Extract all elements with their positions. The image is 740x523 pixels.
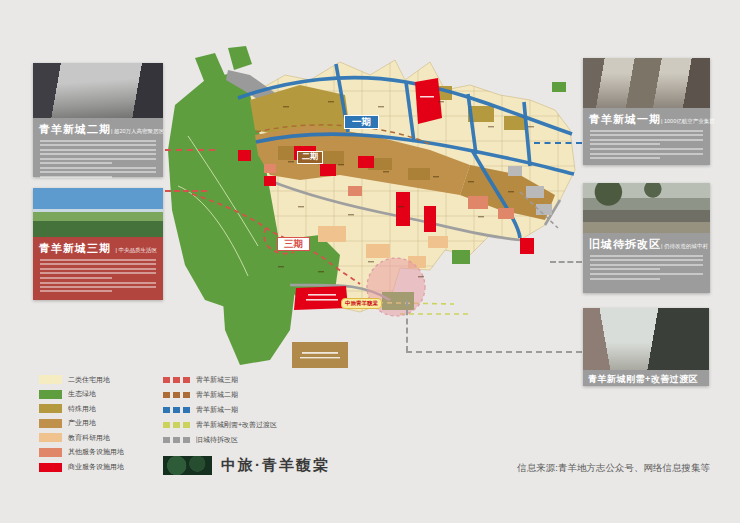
- map-project-marker: 中旅青羊馥棠: [341, 298, 382, 309]
- legend-item: 旧城待拆改区: [163, 436, 277, 444]
- phase2-subtitle: | 超20万人高密聚居区: [111, 128, 164, 135]
- transition-photo: [583, 308, 709, 370]
- oldtown-title: 旧城待拆改区: [589, 237, 661, 252]
- oldtown-body-text-2: [590, 273, 703, 279]
- legend-item: 教育科研用地: [39, 433, 124, 442]
- legend-item: 青羊新城刚需+改善过渡区: [163, 421, 277, 429]
- connector-phase1: [534, 142, 582, 144]
- legend-swatch: [39, 404, 62, 413]
- legend-swatch: [39, 433, 62, 442]
- brand-logo-image: [163, 456, 212, 475]
- legend-swatch: [39, 390, 62, 399]
- source-note: 信息来源:青羊地方志公众号、网络信息搜集等: [517, 462, 710, 475]
- legend-dash-swatch: [163, 422, 190, 429]
- panel-phase3: 青羊新城三期 | 中央品质生活区: [33, 188, 163, 300]
- phase2-body-text: [40, 140, 156, 164]
- legend-item: 特殊用地: [39, 404, 124, 413]
- legend-item: 商业服务设施用地: [39, 463, 124, 472]
- legend-dash-swatch: [163, 392, 190, 399]
- legend-item: 产业用地: [39, 419, 124, 428]
- connector-oldtown: [550, 261, 582, 263]
- phase2-photo: [33, 63, 163, 118]
- phase3-title: 青羊新城三期: [39, 241, 111, 256]
- legend-zones: 青羊新城三期 青羊新城二期 青羊新城一期 青羊新城刚需+改善过渡区 旧城待拆改区: [163, 376, 277, 451]
- legend-item: 青羊新城二期: [163, 391, 277, 399]
- oldtown-subtitle: | 仍待改造的城中村: [661, 243, 708, 250]
- map-label-phase1: 一期: [344, 115, 379, 129]
- legend-dash-swatch: [163, 437, 190, 444]
- panel-oldtown: 旧城待拆改区 | 仍待改造的城中村: [583, 183, 710, 293]
- phase1-photo: [583, 58, 710, 108]
- legend-item: 青羊新城三期: [163, 376, 277, 384]
- phase1-title: 青羊新城一期: [589, 112, 661, 127]
- phase3-subtitle: | 中央品质生活区: [116, 247, 157, 254]
- connector-transition-horizontal: [406, 351, 582, 353]
- legend-dash-swatch: [163, 407, 190, 414]
- legend-item: 其他服务设施用地: [39, 448, 124, 457]
- legend-swatch: [39, 463, 62, 472]
- map-label-phase3: 三期: [277, 237, 310, 251]
- transition-title: 青羊新城刚需+改善过渡区: [583, 370, 709, 389]
- legend-swatch: [39, 375, 62, 384]
- legend-item: 生态绿地: [39, 390, 124, 399]
- map-label-phase2: 二期: [297, 151, 323, 164]
- legend-swatch: [39, 419, 62, 428]
- legend-dash-swatch: [163, 377, 190, 384]
- phase3-photo: [33, 188, 163, 237]
- phase1-body-text-2: [590, 148, 703, 159]
- panel-phase1: 青羊新城一期 | 1000亿航空产业集群: [583, 58, 710, 165]
- poster-canvas: 一期 二期 三期 中旅青羊馥棠 青羊新城二期 | 超20万人高密聚居区 青羊新城…: [0, 0, 740, 523]
- brand-logo-text: 中旅·青羊馥棠: [221, 456, 330, 475]
- connector-phase2: [165, 149, 215, 151]
- oldtown-photo: [583, 183, 710, 233]
- phase2-title: 青羊新城二期: [39, 122, 111, 137]
- connector-transition-vertical: [406, 300, 408, 352]
- legend-item: 青羊新城一期: [163, 406, 277, 414]
- legend-swatch: [39, 448, 62, 457]
- legend-landuse: 二类住宅用地 生态绿地 特殊用地 产业用地 教育科研用地 其他服务设施用地 商业…: [39, 375, 124, 477]
- phase3-body-text-2: [40, 282, 156, 293]
- phase3-body-text: [40, 259, 156, 279]
- brand-row: 中旅·青羊馥棠: [163, 456, 330, 475]
- planning-map[interactable]: [168, 46, 578, 376]
- phase1-body-text: [590, 130, 703, 145]
- panel-transition: 青羊新城刚需+改善过渡区: [583, 308, 709, 386]
- connector-phase3: [165, 190, 207, 192]
- phase2-body-text-2: [40, 167, 156, 178]
- oldtown-body-text: [590, 255, 703, 270]
- phase1-subtitle: | 1000亿航空产业集群: [661, 118, 715, 125]
- legend-item: 二类住宅用地: [39, 375, 124, 384]
- panel-phase2: 青羊新城二期 | 超20万人高密聚居区: [33, 63, 163, 177]
